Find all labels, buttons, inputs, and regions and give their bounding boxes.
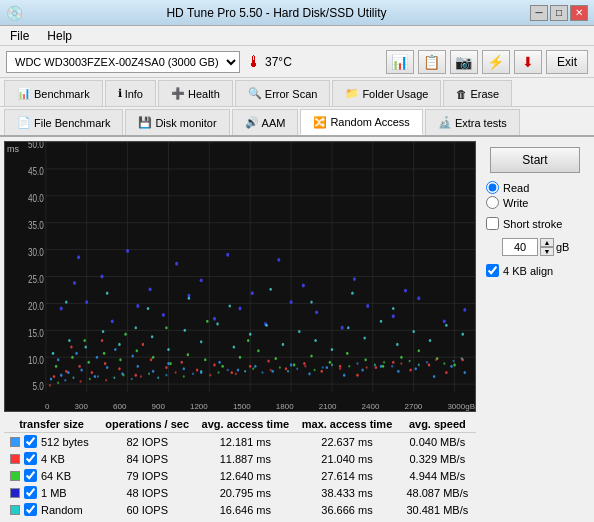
svg-point-211 [261, 371, 263, 374]
tab-disk-monitor[interactable]: 💾 Disk monitor [125, 109, 229, 135]
svg-point-159 [184, 329, 186, 332]
svg-point-193 [105, 379, 107, 382]
table-row: Random 60 IOPS 16.646 ms 36.666 ms 30.48… [4, 501, 476, 518]
color-swatch [10, 471, 20, 481]
svg-point-171 [380, 320, 382, 323]
extra-tests-icon: 🔬 [438, 116, 452, 129]
x-label-2700: 2700 [405, 402, 423, 411]
row-checkbox[interactable] [24, 503, 37, 516]
toolbar-icon-5[interactable]: ⬇ [514, 50, 542, 74]
tab-erase[interactable]: 🗑 Erase [443, 80, 512, 106]
svg-point-100 [187, 353, 189, 356]
minimize-button[interactable]: ─ [530, 5, 548, 21]
menu-file[interactable]: File [6, 28, 33, 44]
right-panel: Start Read Write Short stroke ▲ [480, 141, 590, 518]
svg-point-147 [126, 249, 129, 253]
svg-point-154 [102, 330, 104, 333]
svg-point-212 [270, 369, 272, 372]
svg-point-80 [321, 370, 323, 373]
stroke-value-input[interactable] [502, 238, 538, 256]
svg-point-201 [175, 371, 177, 374]
svg-text:10.0: 10.0 [28, 355, 44, 366]
svg-point-94 [88, 361, 90, 364]
tab-random-access[interactable]: 🔀 Random Access [300, 109, 422, 135]
row-checkbox[interactable] [24, 435, 37, 448]
svg-point-132 [341, 326, 344, 330]
svg-point-214 [287, 370, 289, 373]
svg-point-216 [304, 365, 306, 368]
toolbar-icon-3[interactable]: 📷 [450, 50, 478, 74]
svg-point-53 [397, 370, 399, 373]
tab-extra-tests[interactable]: 🔬 Extra tests [425, 109, 520, 135]
stroke-input-row: ▲ ▼ gB [502, 238, 584, 256]
benchmark-icon: 📊 [17, 87, 31, 100]
svg-point-47 [290, 363, 292, 366]
x-label-300: 300 [75, 402, 88, 411]
svg-point-122 [85, 300, 88, 304]
svg-point-102 [221, 365, 223, 368]
svg-point-145 [404, 289, 407, 293]
radio-write-label[interactable]: Write [486, 196, 584, 209]
drive-select[interactable]: WDC WD3003FZEX-00Z4SA0 (3000 GB) [6, 51, 240, 73]
menu-help[interactable]: Help [43, 28, 76, 44]
tab-health[interactable]: ➕ Health [158, 80, 233, 106]
svg-point-117 [124, 333, 126, 336]
exit-button[interactable]: Exit [546, 50, 588, 74]
tab-folder-usage[interactable]: 📁 Folder Usage [332, 80, 441, 106]
toolbar-icon-2[interactable]: 📋 [418, 50, 446, 74]
align-checkbox[interactable] [486, 264, 499, 277]
read-write-group: Read Write [486, 181, 584, 209]
toolbar-icon-1[interactable]: 📊 [386, 50, 414, 74]
radio-read-label[interactable]: Read [486, 181, 584, 194]
radio-write[interactable] [486, 196, 499, 209]
tab-error-scan[interactable]: 🔍 Error Scan [235, 80, 331, 106]
col-avg-speed: avg. speed [399, 416, 476, 433]
tab-info[interactable]: ℹ Info [105, 80, 156, 106]
svg-point-86 [428, 363, 430, 366]
svg-point-144 [353, 277, 356, 281]
svg-point-173 [412, 330, 414, 333]
row-checkbox[interactable] [24, 486, 37, 499]
svg-point-177 [65, 301, 67, 304]
close-button[interactable]: ✕ [570, 5, 588, 21]
svg-point-150 [277, 258, 280, 262]
tab-benchmark[interactable]: 📊 Benchmark [4, 80, 103, 106]
radio-read[interactable] [486, 181, 499, 194]
chart-container: ms [4, 141, 476, 412]
short-stroke-checkbox[interactable] [486, 217, 499, 230]
svg-point-35 [94, 375, 96, 378]
toolbar-icon-4[interactable]: ⚡ [482, 50, 510, 74]
x-label-1500: 1500 [233, 402, 251, 411]
svg-point-188 [64, 379, 66, 382]
svg-point-58 [57, 358, 59, 361]
spin-down-button[interactable]: ▼ [540, 247, 554, 256]
svg-point-59 [75, 352, 77, 355]
info-icon: ℹ [118, 87, 122, 100]
title-bar: 💿 HD Tune Pro 5.50 - Hard Disk/SSD Utili… [0, 0, 594, 26]
svg-point-194 [113, 376, 115, 379]
spin-up-button[interactable]: ▲ [540, 238, 554, 247]
menu-bar: File Help [0, 26, 594, 46]
error-scan-icon: 🔍 [248, 87, 262, 100]
svg-point-60 [96, 356, 98, 359]
svg-point-155 [118, 343, 120, 346]
start-button[interactable]: Start [490, 147, 580, 173]
svg-point-61 [114, 348, 116, 351]
svg-point-220 [339, 367, 341, 370]
svg-point-82 [356, 374, 358, 377]
svg-point-95 [103, 352, 105, 355]
tabs-row-1: 📊 Benchmark ℹ Info ➕ Health 🔍 Error Scan… [0, 78, 594, 107]
row-checkbox[interactable] [24, 452, 37, 465]
svg-point-184 [351, 292, 353, 295]
x-label-0: 0 [45, 402, 49, 411]
x-label-1800: 1800 [276, 402, 294, 411]
tab-file-benchmark[interactable]: 📄 File Benchmark [4, 109, 123, 135]
svg-point-168 [331, 348, 333, 351]
tab-aam[interactable]: 🔊 AAM [232, 109, 299, 135]
svg-point-137 [463, 308, 466, 312]
svg-point-181 [229, 304, 231, 307]
svg-point-72 [181, 361, 183, 364]
maximize-button[interactable]: □ [550, 5, 568, 21]
row-checkbox[interactable] [24, 469, 37, 482]
svg-point-161 [216, 322, 218, 325]
